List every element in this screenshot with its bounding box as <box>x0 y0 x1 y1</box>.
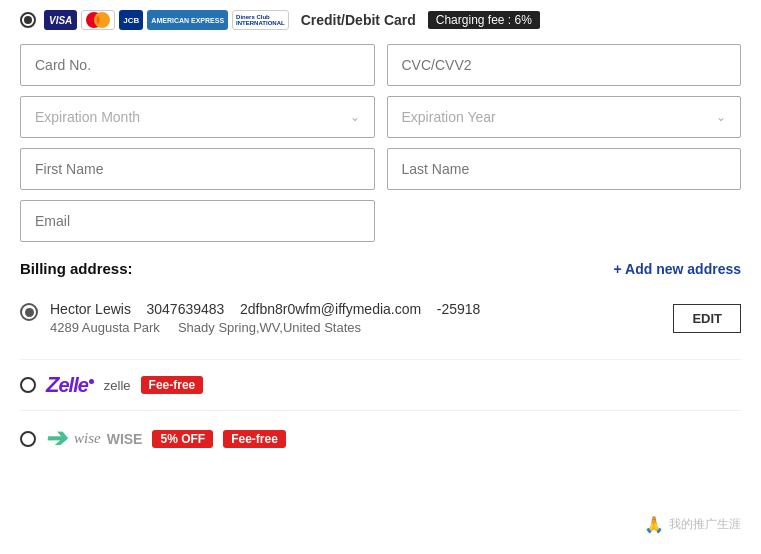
zelle-brand-logo: Zelle <box>46 372 94 398</box>
name-row <box>20 148 741 190</box>
address-info: Hector Lewis 3047639483 2dfbn8r0wfm@iffy… <box>50 301 480 335</box>
expiration-year-select[interactable]: Expiration Year ⌄ <box>387 96 742 138</box>
address-email: 2dfbn8r0wfm@iffymedia.com <box>240 301 421 317</box>
wise-radio[interactable] <box>20 431 36 447</box>
last-name-field <box>387 148 742 190</box>
wise-payment-row[interactable]: ➔ wise WISE 5% OFF Fee-free <box>20 410 741 466</box>
email-row <box>20 200 741 242</box>
billing-header: Billing address: + Add new address <box>20 260 741 277</box>
svg-point-1 <box>94 12 110 28</box>
address-street: 4289 Augusta Park <box>50 320 160 335</box>
edit-button[interactable]: EDIT <box>673 304 741 333</box>
card-details-row <box>20 44 741 86</box>
charging-fee-badge: Charging fee : 6% <box>428 11 540 29</box>
expiration-month-field: Expiration Month ⌄ <box>20 96 375 138</box>
watermark: 🙏 我的推广生涯 <box>644 515 741 534</box>
card-logos: VISA JCB AMERICAN EXPRESS Diners ClubINT… <box>44 10 289 30</box>
first-name-input[interactable] <box>20 148 375 190</box>
wise-off-badge: 5% OFF <box>152 430 213 448</box>
zelle-text-label: zelle <box>104 378 131 393</box>
expiration-year-field: Expiration Year ⌄ <box>387 96 742 138</box>
first-name-field <box>20 148 375 190</box>
zelle-payment-row[interactable]: Zelle zelle Fee-free <box>20 359 741 410</box>
card-no-input[interactable] <box>20 44 375 86</box>
zelle-fee-free-badge: Fee-free <box>141 376 204 394</box>
cvc-field <box>387 44 742 86</box>
expiration-year-chevron-icon: ⌄ <box>716 110 726 124</box>
address-name: Hector Lewis <box>50 301 131 317</box>
amex-logo: AMERICAN EXPRESS <box>147 10 228 30</box>
address-code: -25918 <box>437 301 481 317</box>
credit-card-payment-row[interactable]: VISA JCB AMERICAN EXPRESS Diners ClubINT… <box>20 10 741 30</box>
address-phone: 3047639483 <box>146 301 224 317</box>
watermark-icon: 🙏 <box>644 515 664 534</box>
address-radio[interactable] <box>20 303 38 321</box>
address-item: Hector Lewis 3047639483 2dfbn8r0wfm@iffy… <box>20 291 741 345</box>
wise-arrow-icon: ➔ <box>43 423 70 454</box>
expiration-month-select[interactable]: Expiration Month ⌄ <box>20 96 375 138</box>
card-type-label: Credit/Debit Card <box>301 12 416 28</box>
expiration-month-label: Expiration Month <box>35 109 140 125</box>
expiration-month-chevron-icon: ⌄ <box>350 110 360 124</box>
address-city-state: Shady Spring,WV,United States <box>178 320 361 335</box>
cvc-input[interactable] <box>387 44 742 86</box>
address-name-row: Hector Lewis 3047639483 2dfbn8r0wfm@iffy… <box>50 301 480 317</box>
billing-title: Billing address: <box>20 260 133 277</box>
add-address-link[interactable]: + Add new address <box>614 261 741 277</box>
wise-bold-label: WISE <box>107 431 143 447</box>
card-form: Expiration Month ⌄ Expiration Year ⌄ <box>20 44 741 242</box>
card-no-field <box>20 44 375 86</box>
last-name-input[interactable] <box>387 148 742 190</box>
wise-italic-label: wise <box>74 430 101 447</box>
visa-logo: VISA <box>44 10 77 30</box>
address-detail: 4289 Augusta Park Shady Spring,WV,United… <box>50 320 480 335</box>
zelle-radio[interactable] <box>20 377 36 393</box>
expiration-row: Expiration Month ⌄ Expiration Year ⌄ <box>20 96 741 138</box>
credit-card-radio[interactable] <box>20 12 36 28</box>
email-input[interactable] <box>20 200 375 242</box>
expiration-year-label: Expiration Year <box>402 109 496 125</box>
wise-fee-free-badge: Fee-free <box>223 430 286 448</box>
watermark-text: 我的推广生涯 <box>669 516 741 533</box>
diners-logo: Diners ClubINTERNATIONAL <box>232 10 289 30</box>
billing-section: Billing address: + Add new address Hecto… <box>20 260 741 345</box>
address-left: Hector Lewis 3047639483 2dfbn8r0wfm@iffy… <box>20 301 480 335</box>
mastercard-logo <box>81 10 115 30</box>
jcb-logo: JCB <box>119 10 143 30</box>
email-field <box>20 200 375 242</box>
wise-logo: ➔ wise WISE <box>46 423 142 454</box>
